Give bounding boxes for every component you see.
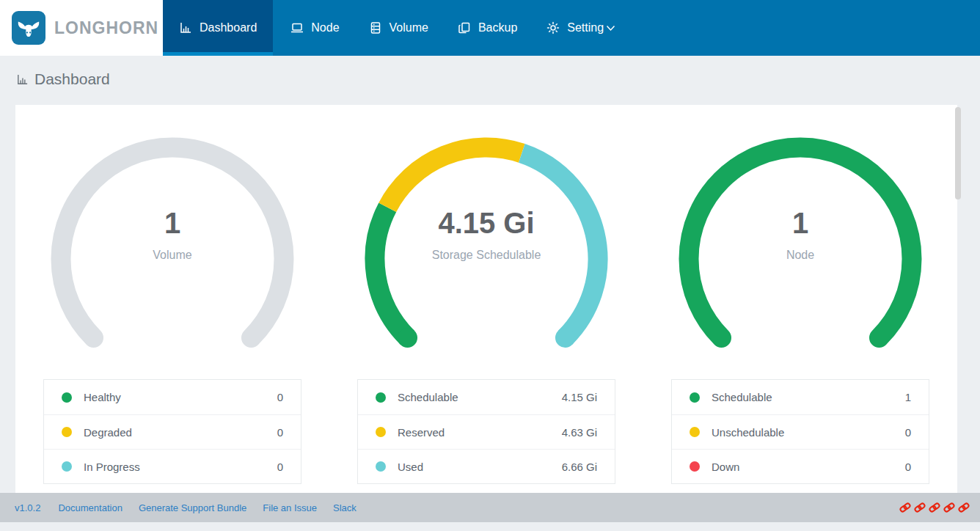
- gauge-column-volume: 1 Volume Healthy 0 Degraded 0 In Progres…: [43, 134, 301, 484]
- legend-color-dot: [690, 427, 700, 437]
- legend-label: Healthy: [84, 391, 277, 403]
- legend-value: 4.63 Gi: [562, 426, 597, 439]
- legend-color-dot: [690, 392, 700, 403]
- nav-item-backup[interactable]: Backup: [446, 0, 529, 56]
- laptop-icon: [290, 21, 304, 34]
- footer: v1.0.2 Documentation Generate Support Bu…: [0, 493, 980, 522]
- legend-value: 0: [905, 426, 911, 439]
- main-nav: Dashboard Node Volume: [163, 0, 627, 56]
- legend-value: 4.15 Gi: [562, 391, 597, 403]
- gear-icon: [546, 21, 560, 34]
- broken-link-icon[interactable]: [958, 502, 970, 513]
- legend-value: 1: [905, 391, 911, 403]
- legend-label: Used: [398, 461, 562, 473]
- footer-link-documentation[interactable]: Documentation: [58, 502, 122, 513]
- legend-value: 0: [277, 461, 283, 473]
- nav-item-label: Dashboard: [200, 21, 257, 34]
- legend-value: 0: [277, 391, 283, 403]
- nav-item-label: Backup: [478, 21, 517, 34]
- legend-row: Schedulable 4.15 Gi: [358, 380, 615, 414]
- legend-row: Reserved 4.63 Gi: [358, 414, 615, 449]
- logo-text: LONGHORN: [54, 18, 158, 38]
- legend-color-dot: [376, 461, 386, 472]
- legend-box: Schedulable 1 Unschedulable 0 Down 0: [671, 379, 929, 484]
- bar-chart-icon: [179, 21, 192, 34]
- legend-row: Down 0: [672, 449, 929, 483]
- legend-color-dot: [62, 427, 72, 437]
- gauge-chart: 1 Node: [676, 134, 925, 354]
- legend-label: In Progress: [84, 461, 277, 473]
- legend-label: Reserved: [398, 426, 562, 439]
- legend-color-dot: [376, 392, 386, 403]
- page-title: Dashboard: [16, 70, 110, 88]
- broken-link-icon[interactable]: [943, 502, 955, 513]
- broken-link-icon[interactable]: [899, 502, 911, 513]
- legend-label: Degraded: [84, 426, 277, 439]
- gauges-row: 1 Volume Healthy 0 Degraded 0 In Progres…: [15, 105, 957, 484]
- nav-item-label: Node: [311, 21, 339, 34]
- footer-link-slack[interactable]: Slack: [333, 502, 356, 513]
- gauge-arc-segment: [375, 208, 408, 338]
- legend-color-dot: [690, 461, 700, 472]
- longhorn-logo-icon: [12, 11, 45, 45]
- legend-row: Degraded 0: [44, 414, 301, 449]
- gauge-ring: [61, 147, 284, 337]
- legend-label: Schedulable: [398, 391, 562, 403]
- footer-link-generate-support-bundle[interactable]: Generate Support Bundle: [139, 502, 246, 513]
- page-title-text: Dashboard: [34, 70, 110, 88]
- nav-item-dashboard[interactable]: Dashboard: [163, 0, 273, 56]
- broken-link-icon[interactable]: [914, 502, 926, 513]
- legend-box: Healthy 0 Degraded 0 In Progress 0: [43, 379, 301, 484]
- version-label: v1.0.2: [15, 502, 40, 513]
- legend-label: Schedulable: [712, 391, 905, 403]
- legend-color-dot: [62, 392, 72, 403]
- logo: LONGHORN: [0, 0, 163, 56]
- gauge-chart: 4.15 Gi Storage Schedulable: [362, 134, 611, 354]
- legend-box: Schedulable 4.15 Gi Reserved 4.63 Gi Use…: [357, 379, 615, 484]
- nav-item-setting[interactable]: Setting: [535, 0, 627, 56]
- scrollbar-thumb[interactable]: [955, 107, 961, 199]
- nav-item-label: Setting: [567, 21, 604, 34]
- legend-value: 0: [277, 426, 283, 439]
- legend-label: Down: [712, 461, 905, 473]
- legend-row: Unschedulable 0: [672, 414, 929, 449]
- legend-row: In Progress 0: [44, 449, 301, 483]
- dashboard-card: 1 Volume Healthy 0 Degraded 0 In Progres…: [15, 105, 957, 493]
- gauge-arc-cap: [555, 328, 575, 348]
- copy-icon: [458, 21, 471, 34]
- nav-item-volume[interactable]: Volume: [357, 0, 440, 56]
- legend-row: Used 6.66 Gi: [358, 449, 615, 483]
- broken-link-icons: [899, 502, 970, 513]
- legend-label: Unschedulable: [712, 426, 905, 439]
- legend-color-dot: [62, 461, 72, 472]
- nav-item-label: Volume: [390, 21, 428, 34]
- chevron-down-icon: [606, 25, 615, 32]
- top-navbar: LONGHORN Dashboard Node: [0, 0, 980, 56]
- gauge-column-storage-schedulable: 4.15 Gi Storage Schedulable Schedulable …: [357, 134, 615, 484]
- legend-value: 0: [905, 461, 911, 473]
- gauge-column-node: 1 Node Schedulable 1 Unschedulable 0 Dow…: [671, 134, 929, 484]
- gauge-arc-cap: [398, 328, 417, 348]
- legend-row: Schedulable 1: [672, 380, 929, 414]
- gauge-chart: 1 Volume: [48, 134, 297, 354]
- gauge-arc-segment: [689, 147, 912, 337]
- legend-color-dot: [376, 427, 386, 437]
- broken-link-icon[interactable]: [929, 502, 940, 513]
- legend-row: Healthy 0: [44, 380, 301, 414]
- gauge-arc-segment: [387, 147, 522, 208]
- nav-item-node[interactable]: Node: [279, 0, 351, 56]
- gauge-arc-segment: [522, 153, 598, 338]
- legend-value: 6.66 Gi: [562, 461, 597, 473]
- bar-chart-icon: [16, 73, 29, 86]
- database-icon: [369, 21, 382, 34]
- footer-link-file-an-issue[interactable]: File an Issue: [263, 502, 317, 513]
